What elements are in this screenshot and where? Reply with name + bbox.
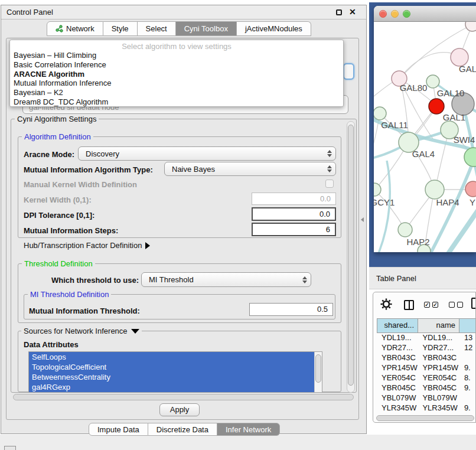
algorithm-option[interactable]: ARACNE Algorithm [10,70,343,79]
attributes-scrollbar[interactable] [314,352,322,392]
table-row[interactable]: YBR043CYBR043C [377,353,476,363]
which-threshold-combobox[interactable]: MI Threshold [141,272,311,287]
table-row[interactable]: YPR145WYPR145W9. [377,363,476,373]
dpi-tolerance-field[interactable]: 0.0 [252,207,336,221]
minimize-traffic-light[interactable] [391,10,399,18]
float-window-icon[interactable] [336,9,342,15]
table-row[interactable]: YLR345WYLR345W9. [377,403,476,413]
tab-network[interactable]: Network [47,21,103,36]
settings-vertical-scrollbar-thumb[interactable] [348,125,354,386]
algorithm-option[interactable]: Mutual Information Inference [10,79,343,88]
table-cell[interactable]: 8. [459,373,476,383]
table-cell[interactable]: YDL19... [418,333,459,343]
node-bright-green[interactable] [464,148,476,167]
table-cell[interactable]: YBR045C [377,383,418,393]
algorithm-option[interactable]: Bayesian – Hill Climbing [10,51,343,60]
table-cell[interactable]: YBL079W [418,393,459,403]
unchecked-box-icon[interactable] [449,302,455,308]
table-cell[interactable]: YBR043C [418,353,459,363]
sources-expander-label: Sources for Network Inference [24,327,128,335]
tab-jactivemnodules[interactable]: jActiveMNodules [237,21,311,36]
sources-expander[interactable]: Sources for Network Inference [21,327,142,335]
algorithm-option[interactable]: Bayesian – K2 [10,88,343,97]
aracne-mode-combobox[interactable]: Discovery [78,146,336,161]
checked-box-icon[interactable]: ✓ [424,302,430,308]
tab-cyni-toolbox[interactable]: Cyni Toolbox [176,21,237,36]
node-top-partial[interactable] [465,22,476,31]
settings-horizontal-scrollbar[interactable] [13,394,354,400]
tab-label: Impute Data [97,425,139,434]
data-attributes-list: SelfLoopsTopologicalCoefficientBetweenne… [29,352,322,392]
attributes-scrollbar-thumb[interactable] [315,354,321,383]
node-gal10[interactable] [426,75,439,88]
table-cell[interactable] [459,353,476,363]
table-cell[interactable]: 12 [459,343,476,353]
network-canvas[interactable]: GAL80GAL10GAL1GAL11SWI4GAL4GCY1HAP4HAP2G… [374,22,476,252]
attribute-list-item[interactable]: TopologicalCoefficient [29,362,315,372]
checked-box-icon[interactable]: ✓ [432,302,438,308]
table-cell[interactable]: YDL19... [377,333,418,343]
algorithm-option[interactable]: Dream8 DC_TDC Algorithm [10,97,343,107]
zoom-traffic-light[interactable] [403,10,410,18]
splitpane-collapse-arrow[interactable] [361,217,364,222]
table-cell[interactable]: YBR045C [418,383,459,393]
node-hap2[interactable] [398,223,412,237]
mi-steps-field[interactable]: 6 [252,223,336,236]
table-cell[interactable]: YBL079W [377,393,418,403]
network-node-label: GAL [459,64,476,74]
attribute-list-item[interactable]: BetweennessCentrality [29,372,315,382]
node-salmon[interactable] [465,181,476,197]
close-traffic-light[interactable] [379,10,387,18]
table-panel-header: Table Panel [369,267,476,289]
column-header-partial[interactable] [459,319,476,332]
column-header-shared-name[interactable]: shared... [377,319,418,332]
node-gcy1[interactable] [374,183,381,196]
apply-button[interactable]: Apply [159,403,200,416]
inference-algorithm-combobox-fragment[interactable] [343,63,354,80]
mi-threshold-definition-title: MI Threshold Definition [28,290,111,299]
table-cell[interactable]: 9. [459,383,476,393]
document-icon[interactable] [471,298,476,309]
mi-threshold-field[interactable]: 0.5 [249,303,333,316]
table-cell[interactable]: YBR043C [377,353,418,363]
table-cell[interactable] [459,393,476,403]
table-row[interactable]: YBL079WYBL079W [377,393,476,403]
column-header-name[interactable]: name [418,319,459,332]
attribute-list-item[interactable]: gal4RGexp [29,382,315,392]
table-row[interactable]: YDL19...YDL19...13 [377,333,476,343]
node-hap4[interactable] [425,180,444,199]
table-cell[interactable]: YER054C [418,373,459,383]
tab-impute-data[interactable]: Impute Data [89,423,148,436]
tab-select[interactable]: Select [138,21,176,36]
table-cell[interactable]: YER054C [377,373,418,383]
table-cell[interactable]: YLR345W [377,403,418,413]
close-icon[interactable]: ✕ [349,7,356,17]
settings-vertical-scrollbar[interactable] [347,121,355,393]
mi-type-combobox[interactable]: Naive Bayes [164,162,336,176]
table-cell[interactable]: 13 [459,333,476,343]
node-gal11[interactable] [374,107,386,120]
unchecked-box-icon[interactable] [457,302,463,308]
tab-discretize-data[interactable]: Discretize Data [148,423,217,436]
minimized-panel-icon[interactable] [4,446,16,450]
table-row[interactable]: YER054CYER054C8. [377,373,476,383]
table-cell[interactable]: YPR145W [377,363,418,373]
node-gal1-red[interactable] [429,99,444,114]
table-cell[interactable]: YLR345W [418,403,459,413]
table-row[interactable]: YBR045CYBR045C9. [377,383,476,393]
table-cell[interactable]: 9. [459,403,476,413]
table-cell[interactable]: YDR27... [377,343,418,353]
attribute-list-item[interactable]: SelfLoops [29,352,315,362]
algorithm-option[interactable]: Basic Correlation Inference [10,60,343,70]
network-window-titlebar[interactable] [374,6,476,22]
columns-icon[interactable] [404,300,414,310]
table-cell[interactable]: 9. [459,363,476,373]
tab-style[interactable]: Style [103,21,138,36]
table-cell[interactable]: YDR27... [418,343,459,353]
tab-infer-network[interactable]: Infer Network [217,423,280,436]
table-horizontal-scrollbar[interactable] [376,415,474,421]
table-cell[interactable]: YPR145W [418,363,459,373]
table-row[interactable]: YDR27...YDR27...12 [377,343,476,353]
hub-factor-expander[interactable]: Hub/Transcription Factor Definition [24,241,150,250]
gear-icon[interactable] [380,298,392,310]
